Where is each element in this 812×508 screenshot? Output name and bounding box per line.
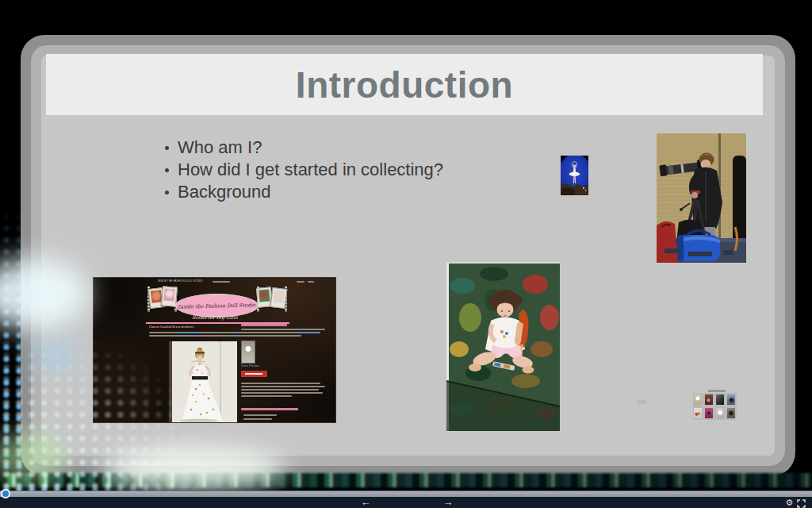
bullet-item: Who am I? — [163, 137, 443, 159]
doll-collage-grid — [693, 389, 742, 424]
collage-thumb — [715, 394, 725, 406]
collage-thumb — [726, 407, 736, 419]
collage-caption — [708, 390, 726, 392]
bullet-item: How did I get started in collecting? — [163, 159, 443, 181]
collage-thumb — [693, 394, 703, 406]
progress-playhead[interactable] — [1, 489, 10, 498]
collage-thumb — [704, 407, 714, 419]
collage-thumb — [693, 407, 703, 419]
ballerina-photo — [561, 156, 588, 195]
photographer-illustration — [657, 133, 746, 263]
light-glow — [103, 447, 285, 491]
presentation-viewer: Introduction Who am I? How did I get sta… — [0, 0, 812, 508]
fullscreen-icon[interactable] — [797, 498, 806, 507]
ballerina-illustration — [561, 156, 588, 195]
photographer-photo — [657, 133, 746, 263]
collage-thumb — [715, 407, 725, 419]
slide-title: Introduction — [296, 64, 513, 106]
collage-thumb — [704, 394, 714, 406]
progress-track[interactable] — [0, 491, 812, 497]
bullet-item: Background — [163, 181, 443, 203]
player-control-bar: ← → ⚙ — [0, 497, 812, 508]
toddler-photo — [446, 262, 560, 431]
toddler-illustration — [446, 262, 560, 431]
slide-title-banner: Introduction — [46, 54, 763, 115]
collage-thumb — [726, 394, 736, 406]
light-glow — [30, 340, 78, 371]
next-slide-button[interactable]: → — [439, 497, 457, 508]
tiny-text-smudge — [637, 400, 646, 404]
previous-slide-button[interactable]: ← — [357, 497, 374, 508]
slide-bullet-list: Who am I? How did I get started in colle… — [163, 137, 443, 203]
settings-gear-icon[interactable]: ⚙ — [783, 497, 795, 508]
